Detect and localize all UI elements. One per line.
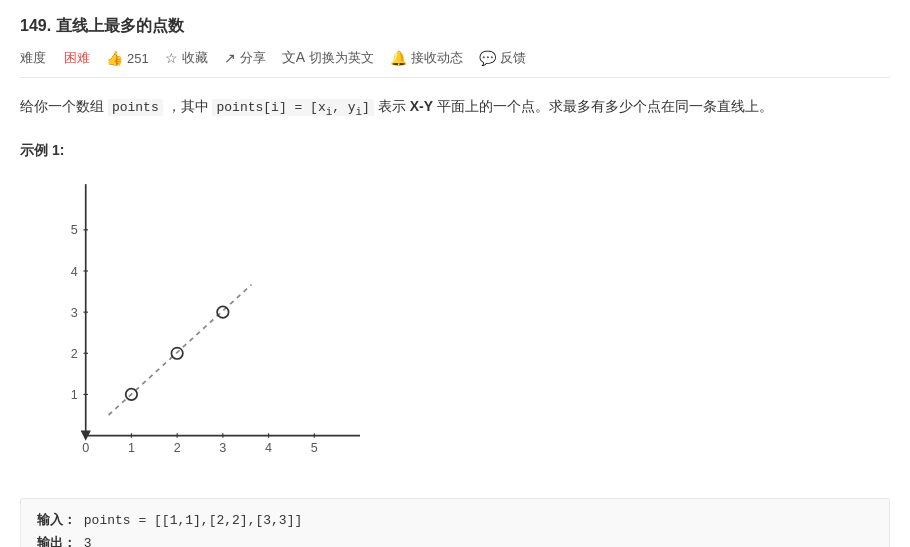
toolbar: 难度 困难 👍 251 ☆ 收藏 ↗ 分享 文A 切换为英文 🔔 接收动态 💬 … [20,49,890,78]
like-button[interactable]: 👍 251 [106,50,149,66]
points-i-code: points[i] = [xi, yi] [212,99,373,116]
svg-text:4: 4 [71,265,78,279]
svg-text:2: 2 [71,347,78,361]
switch-lang-label: 切换为英文 [309,49,374,67]
share-button[interactable]: ↗ 分享 [224,49,266,67]
example-title: 示例 1: [20,142,890,160]
output-value: 3 [84,536,92,547]
svg-text:5: 5 [71,224,78,238]
svg-text:0: 0 [82,441,89,455]
point-3-3 [217,307,228,318]
svg-text:4: 4 [265,441,272,455]
switch-lang-button[interactable]: 文A 切换为英文 [282,49,374,67]
svg-text:1: 1 [128,441,135,455]
bell-icon: 🔔 [390,50,407,66]
regression-line [109,285,252,415]
feedback-label: 反馈 [500,49,526,67]
chart-svg: 1 2 3 4 5 0 1 2 3 4 5 [40,172,360,482]
input-label: 输入： [37,513,76,528]
difficulty-label: 难度 [20,49,46,67]
star-icon: ☆ [165,50,178,66]
svg-text:3: 3 [71,306,78,320]
output-line: 输出： 3 [37,532,873,547]
output-label: 输出： [37,536,76,547]
page-container: 149. 直线上最多的点数 难度 困难 👍 251 ☆ 收藏 ↗ 分享 文A 切… [0,0,910,547]
like-icon: 👍 [106,50,123,66]
share-label: 分享 [240,49,266,67]
translate-icon: 文A [282,49,305,67]
points-code: points [108,99,163,116]
svg-text:3: 3 [219,441,226,455]
svg-text:1: 1 [71,388,78,402]
input-value: points = [[1,1],[2,2],[3,3]] [84,513,302,528]
io-section: 输入： points = [[1,1],[2,2],[3,3]] 输出： 3 [20,498,890,547]
chart-container: 1 2 3 4 5 0 1 2 3 4 5 [40,172,360,482]
like-count: 251 [127,51,149,66]
collect-button[interactable]: ☆ 收藏 [165,49,208,67]
feedback-icon: 💬 [479,50,496,66]
notifications-button[interactable]: 🔔 接收动态 [390,49,463,67]
notifications-label: 接收动态 [411,49,463,67]
xy-plane-text: X-Y [410,98,433,114]
input-line: 输入： points = [[1,1],[2,2],[3,3]] [37,509,873,532]
difficulty-badge: 困难 [64,49,90,67]
problem-description: 给你一个数组 points ，其中 points[i] = [xi, yi] 表… [20,94,890,122]
collect-label: 收藏 [182,49,208,67]
feedback-button[interactable]: 💬 反馈 [479,49,526,67]
problem-title: 149. 直线上最多的点数 [20,16,890,37]
share-icon: ↗ [224,50,236,66]
svg-text:2: 2 [174,441,181,455]
svg-text:5: 5 [311,441,318,455]
